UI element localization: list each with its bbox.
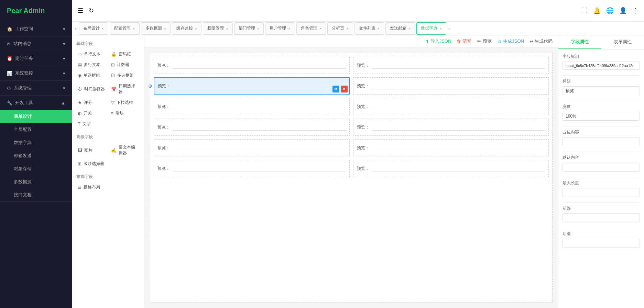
field-input-1-1[interactable]: [372, 83, 545, 89]
field-item-advanced-fields-grid-1[interactable]: ✍ 富文本编辑器: [108, 142, 142, 158]
sidebar-group-header-2[interactable]: ⏰ 定时任务 ▾: [0, 51, 72, 66]
field-id-input[interactable]: [563, 62, 640, 70]
preview-btn[interactable]: 👁 预览: [477, 38, 492, 44]
form-field-0-1[interactable]: 预览：: [353, 57, 549, 74]
field-input-0-0[interactable]: [173, 62, 346, 69]
field-input-5-1[interactable]: [372, 165, 545, 172]
generate-json-btn[interactable]: 🖨 生成JSON: [497, 38, 524, 44]
form-field-5-1[interactable]: 预览：: [353, 160, 549, 177]
field-item-basic-fields-grid-5[interactable]: ☑ 多选框组: [108, 70, 142, 81]
default-input[interactable]: [563, 163, 640, 172]
prefix-input[interactable]: [563, 213, 640, 222]
tab-close-11[interactable]: ×: [439, 26, 441, 31]
field-item-basic-fields-grid-1[interactable]: 🔒 密码框: [108, 49, 142, 59]
field-input-5-0[interactable]: [173, 165, 346, 172]
field-input-0-1[interactable]: [372, 62, 545, 69]
refresh-icon[interactable]: ↻: [89, 7, 94, 14]
sidebar-item-5-4[interactable]: 对象存储: [0, 162, 72, 175]
field-input-1-0[interactable]: [173, 83, 346, 89]
tab-field-props[interactable]: 字段属性: [558, 35, 601, 49]
tab-2[interactable]: 多数据源×: [141, 22, 171, 35]
form-field-4-0[interactable]: 预览：: [154, 139, 350, 156]
clear-btn[interactable]: 🗑 清空: [457, 38, 471, 44]
tabs-prev-btn[interactable]: ‹: [74, 26, 78, 31]
placeholder-input[interactable]: [563, 137, 640, 146]
tab-11[interactable]: 数据字典×: [416, 22, 446, 35]
field-delete-btn-1-0[interactable]: ✕: [341, 86, 348, 92]
tab-close-7[interactable]: ×: [319, 26, 321, 31]
tab-8[interactable]: 分析页×: [327, 22, 353, 35]
title-input[interactable]: [563, 86, 640, 95]
fullscreen-icon[interactable]: ⛶: [581, 7, 588, 14]
max-length-input[interactable]: [563, 188, 640, 197]
field-item-basic-fields-grid-0[interactable]: ▭ 单行文本: [75, 49, 108, 59]
tabs-next-btn[interactable]: ›: [447, 26, 451, 31]
import-json-btn[interactable]: ⬆ 导入JSON: [425, 38, 451, 44]
form-field-1-1[interactable]: 预览：: [353, 77, 549, 95]
form-field-0-0[interactable]: 预览：: [154, 57, 350, 74]
field-item-advanced-fields-grid-0[interactable]: 🖼 图片: [75, 142, 108, 158]
form-field-2-0[interactable]: 预览：: [154, 98, 350, 115]
tab-7[interactable]: 角色管理×: [296, 22, 326, 35]
field-item-basic-fields-grid-2[interactable]: ▤ 多行文本: [75, 59, 108, 70]
sidebar-group-header-5[interactable]: 🔧 开发工具 ▲: [0, 96, 72, 110]
field-input-3-0[interactable]: [173, 124, 346, 131]
tab-form-props[interactable]: 表单属性: [601, 35, 644, 49]
form-field-4-1[interactable]: 预览：: [353, 139, 549, 156]
tab-10[interactable]: 发送邮箱×: [385, 22, 415, 35]
tab-close-6[interactable]: ×: [288, 26, 290, 31]
field-item-basic-fields-grid-11[interactable]: ≡ 滑块: [108, 108, 142, 119]
tab-close-0[interactable]: ×: [102, 26, 104, 31]
more-icon[interactable]: ⋮: [632, 7, 638, 14]
tab-close-5[interactable]: ×: [257, 26, 259, 31]
sidebar-item-5-0[interactable]: 表单设计: [0, 110, 72, 123]
sidebar-item-5-1[interactable]: 全局配置: [0, 123, 72, 136]
suffix-input[interactable]: [563, 239, 640, 248]
tab-close-9[interactable]: ×: [378, 26, 380, 31]
avatar-icon[interactable]: 👤: [619, 7, 627, 14]
width-input[interactable]: [563, 112, 640, 121]
field-input-3-1[interactable]: [372, 124, 545, 131]
sidebar-group-header-1[interactable]: ✉ 站内消息 ▾: [0, 36, 72, 51]
tab-close-2[interactable]: ×: [164, 26, 166, 31]
sidebar-group-header-0[interactable]: 🏠 工作空间 ▾: [0, 22, 72, 36]
field-item-basic-fields-grid-6[interactable]: ⏱ 时间选择器: [75, 81, 108, 97]
field-input-4-1[interactable]: [372, 145, 545, 151]
form-field-1-0[interactable]: ⊕ 预览： ⧉ ✕: [154, 77, 350, 95]
tab-close-8[interactable]: ×: [346, 26, 348, 31]
menu-icon[interactable]: ☰: [78, 7, 83, 14]
form-field-3-0[interactable]: 预览：: [154, 119, 350, 136]
field-item-basic-fields-grid-3[interactable]: ⊞ 计数器: [108, 59, 142, 70]
field-item-layout-fields-grid-0[interactable]: ⊟ 栅格布局: [75, 182, 108, 192]
field-item-basic-fields-grid-7[interactable]: 📅 日期选择器: [108, 81, 142, 97]
tab-close-1[interactable]: ×: [133, 26, 135, 31]
form-field-5-0[interactable]: 预览：: [154, 160, 350, 177]
notification-icon[interactable]: 🔔: [593, 7, 601, 14]
field-item-basic-fields-grid-9[interactable]: ▽ 下拉选框: [108, 97, 142, 108]
tab-3[interactable]: 缓存监控×: [172, 22, 201, 35]
tab-close-3[interactable]: ×: [195, 26, 197, 31]
tab-close-4[interactable]: ×: [226, 26, 228, 31]
sidebar-item-5-2[interactable]: 数据字典: [0, 136, 72, 149]
form-field-2-1[interactable]: 预览：: [353, 98, 549, 115]
field-item-basic-fields-grid-8[interactable]: ★ 评分: [75, 97, 108, 108]
field-copy-btn-1-0[interactable]: ⧉: [332, 86, 339, 92]
globe-icon[interactable]: 🌐: [606, 7, 614, 14]
tab-0[interactable]: 布局设计×: [79, 22, 108, 35]
tab-5[interactable]: 部门管理×: [234, 22, 264, 35]
field-item-basic-fields-grid-12[interactable]: T 文字: [75, 119, 108, 129]
sidebar-item-5-6[interactable]: 接口文档: [0, 188, 72, 201]
form-field-3-1[interactable]: 预览：: [353, 119, 549, 136]
tab-4[interactable]: 权限管理×: [203, 22, 232, 35]
field-item-basic-fields-grid-4[interactable]: ◉ 单选框组: [75, 70, 108, 81]
field-item-basic-fields-grid-10[interactable]: ◐ 开关: [75, 108, 108, 119]
sidebar-group-header-3[interactable]: 📊 系统监控 ▾: [0, 66, 72, 80]
tab-6[interactable]: 用户管理×: [265, 22, 295, 35]
field-item-advanced-fields-grid-2[interactable]: ⊞ 级联选择器: [75, 158, 108, 169]
sidebar-group-header-4[interactable]: ⚙ 系统管理 ▾: [0, 81, 72, 95]
field-input-4-0[interactable]: [173, 145, 346, 151]
generate-code-btn[interactable]: ↩ 生成代码: [530, 38, 553, 44]
sidebar-item-5-5[interactable]: 多数据源: [0, 175, 72, 188]
drag-handle-1-0[interactable]: ⊕: [148, 83, 152, 89]
field-input-2-1[interactable]: [372, 103, 545, 110]
